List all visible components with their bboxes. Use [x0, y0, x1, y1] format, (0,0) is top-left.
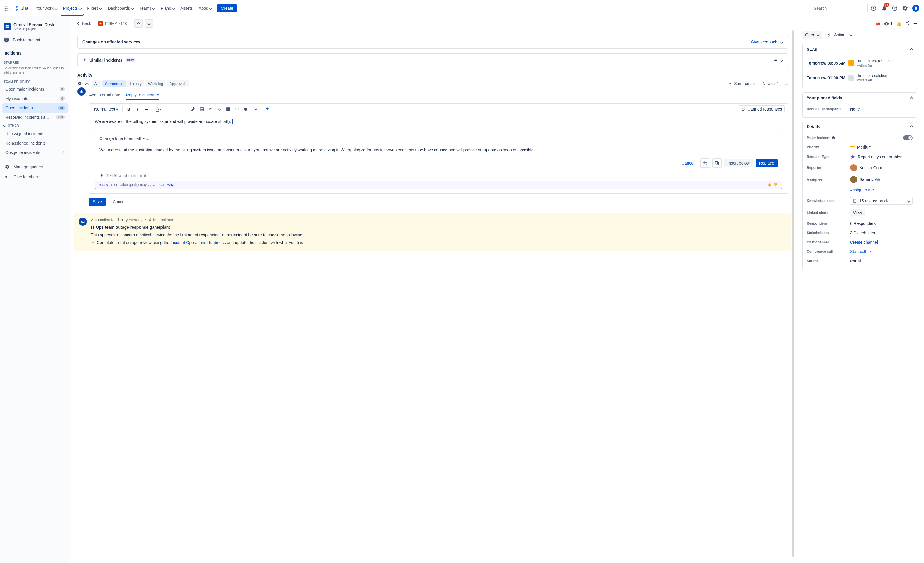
thumbs-up-icon[interactable]: 👍: [767, 183, 771, 187]
table-button[interactable]: [224, 105, 232, 113]
details-toggle[interactable]: Details: [802, 121, 916, 132]
start-call-link[interactable]: Start call ↗: [850, 249, 912, 254]
field-responders[interactable]: Responders 6 Responders: [807, 219, 912, 228]
ai-next-prompt[interactable]: Tell AI what to do next: [95, 170, 782, 181]
info-icon[interactable]: i: [832, 136, 835, 139]
mention-button[interactable]: @: [207, 105, 214, 113]
feedback-icon[interactable]: 📣: [875, 21, 880, 26]
tab-reply-customer[interactable]: Reply to customer: [126, 93, 159, 100]
text-style-select[interactable]: Normal text: [92, 105, 120, 113]
collapse-icon[interactable]: [780, 40, 783, 43]
nav-teams[interactable]: Teams: [137, 4, 157, 12]
queue-unassigned[interactable]: Unassigned incidents: [2, 129, 68, 138]
collapse-icon[interactable]: [780, 58, 783, 61]
info-button[interactable]: i: [242, 105, 250, 113]
field-assignee[interactable]: Assignee Sammy Vito: [807, 174, 912, 185]
field-request-type[interactable]: Request Type Report a system problem: [807, 152, 912, 162]
queue-reassigned[interactable]: Re-assigned incidents: [2, 138, 68, 148]
search-field[interactable]: [814, 6, 865, 10]
help-icon[interactable]: ?: [890, 3, 899, 13]
ai-assist-button[interactable]: [263, 105, 271, 113]
field-priority[interactable]: Priority Medium: [807, 142, 912, 152]
thumbs-down-icon[interactable]: 👎: [773, 183, 778, 187]
filter-approvals[interactable]: Approvals: [167, 80, 189, 87]
scrollbar[interactable]: [792, 30, 794, 557]
settings-icon[interactable]: [900, 3, 910, 13]
bold-button[interactable]: B: [125, 105, 133, 113]
tab-internal-note[interactable]: Add internal note: [89, 93, 120, 100]
sidebar-give-feedback[interactable]: Give feedback: [2, 172, 68, 182]
manage-queues[interactable]: Manage queues: [2, 162, 68, 172]
queue-open-major[interactable]: Open major incidents0: [2, 84, 68, 94]
more-formatting-button[interactable]: •••: [142, 105, 150, 113]
cancel-button[interactable]: Cancel: [109, 198, 129, 206]
ai-insert-below-button[interactable]: Insert below: [724, 159, 753, 167]
create-button[interactable]: Create: [218, 4, 237, 12]
issue-key[interactable]: ITSM-17116: [98, 21, 127, 26]
save-button[interactable]: Save: [89, 198, 106, 206]
notifications-icon[interactable]: 9+: [879, 3, 889, 13]
summarize-button[interactable]: Summarize: [725, 80, 758, 87]
app-switcher-icon[interactable]: [3, 5, 10, 12]
more-icon[interactable]: •••: [774, 58, 777, 63]
other-section-toggle[interactable]: OTHER: [2, 122, 68, 129]
sort-toggle[interactable]: Newest first ↓≡: [763, 81, 788, 86]
queue-my-incidents[interactable]: My incidents0: [2, 94, 68, 103]
runbooks-link[interactable]: Incident Operations Runbooks: [170, 240, 226, 245]
prev-issue-button[interactable]: [134, 19, 142, 28]
pinned-toggle[interactable]: Your pinned fields: [802, 93, 916, 103]
nav-plans[interactable]: Plans: [158, 4, 177, 12]
create-channel-link[interactable]: Create channel: [850, 240, 912, 244]
back-to-project[interactable]: Back to project: [2, 34, 68, 45]
like-icon[interactable]: 👍: [896, 21, 901, 26]
queue-resolved[interactable]: Resolved incidents (la...238: [2, 112, 68, 122]
next-issue-button[interactable]: [145, 19, 153, 28]
status-dropdown[interactable]: Open: [802, 31, 822, 39]
image-button[interactable]: [198, 105, 206, 113]
field-reporter[interactable]: Reporter Keisha Onai: [807, 162, 912, 174]
share-icon[interactable]: [904, 21, 910, 27]
ai-learn-why[interactable]: Learn why: [158, 183, 174, 187]
profile-avatar[interactable]: [911, 3, 921, 13]
nav-filters[interactable]: Filters: [85, 4, 104, 12]
compass-icon[interactable]: [869, 3, 878, 13]
major-incident-toggle[interactable]: [903, 135, 912, 140]
feedback-link[interactable]: Give feedback: [751, 40, 777, 44]
view-alerts-button[interactable]: View: [850, 210, 865, 216]
more-actions-icon[interactable]: •••: [914, 21, 917, 26]
ai-retry-button[interactable]: [700, 158, 710, 168]
queue-open-incidents[interactable]: Open incidents18: [2, 103, 68, 112]
actions-dropdown[interactable]: Actions: [825, 31, 855, 39]
insert-button[interactable]: +: [251, 105, 258, 113]
editor-textarea[interactable]: We are aware of the billing system issue…: [90, 115, 788, 133]
slas-toggle[interactable]: SLAs: [802, 44, 916, 55]
emoji-button[interactable]: ☺: [216, 105, 223, 113]
numbered-list-button[interactable]: [177, 105, 184, 113]
field-request-participants[interactable]: Request participants None: [807, 104, 912, 114]
text-color-button[interactable]: A: [155, 105, 163, 113]
search-input[interactable]: [809, 3, 868, 13]
ai-cancel-button[interactable]: Cancel: [678, 159, 698, 168]
filter-worklog[interactable]: Work log: [146, 80, 165, 87]
ai-replace-button[interactable]: Replace: [756, 159, 778, 167]
nav-projects[interactable]: Projects: [61, 1, 84, 15]
nav-apps[interactable]: Apps: [196, 4, 214, 12]
nav-assets[interactable]: Assets: [178, 4, 195, 12]
link-button[interactable]: [189, 105, 197, 113]
ai-copy-button[interactable]: [712, 158, 722, 168]
kb-dropdown[interactable]: 15 related articles: [850, 197, 912, 205]
filter-comments[interactable]: Comments: [102, 80, 126, 87]
issue-back[interactable]: Back: [78, 21, 91, 26]
assign-to-me[interactable]: Assign to me: [807, 185, 912, 195]
bullet-list-button[interactable]: [168, 105, 176, 113]
filter-all[interactable]: All: [92, 80, 100, 87]
filter-history[interactable]: History: [127, 80, 144, 87]
queue-opsgenie[interactable]: Opsgenie incidents↗: [2, 148, 68, 157]
nav-your-work[interactable]: Your work: [33, 4, 60, 12]
jira-logo[interactable]: Jira: [14, 5, 28, 11]
canned-responses-button[interactable]: Canned responses: [739, 105, 784, 113]
watchers-button[interactable]: 1: [884, 21, 892, 26]
nav-dashboards[interactable]: Dashboards: [105, 4, 136, 12]
field-stakeholders[interactable]: Stakeholders 3 Stakeholders: [807, 228, 912, 238]
code-button[interactable]: [233, 105, 241, 113]
